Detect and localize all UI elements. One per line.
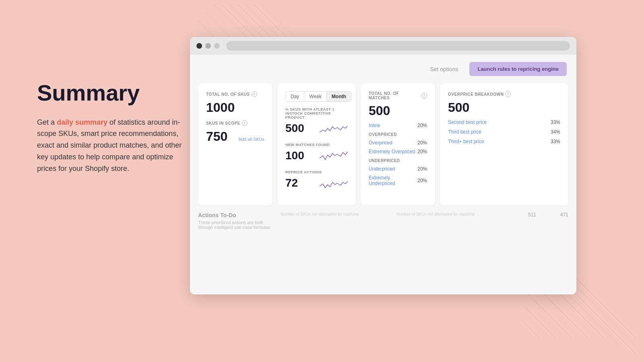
reprice-number: 72: [285, 177, 298, 189]
svg-line-11: [523, 290, 572, 338]
extremely-overpriced-row: Extremely Overpriced 20%: [369, 149, 427, 154]
svg-line-19: [523, 322, 539, 338]
browser-dot-maximize[interactable]: [214, 43, 220, 49]
extremely-overpriced-label[interactable]: Extremely Overpriced: [369, 149, 415, 154]
actions-desc: These prioritized actions are built thro…: [198, 220, 272, 230]
matches-info-icon[interactable]: i: [421, 93, 427, 99]
actions-col4-val: 471: [544, 212, 568, 218]
add-all-skus-link[interactable]: Add all SKUs: [238, 137, 264, 142]
browser-dot-close[interactable]: [196, 43, 202, 49]
second-best-price-label[interactable]: Second best price: [448, 119, 487, 125]
inline-pct: 20%: [417, 123, 427, 128]
tab-week[interactable]: Week: [304, 92, 326, 101]
overprice-row-1: Third best price 34%: [448, 129, 560, 135]
browser-chrome: [190, 37, 576, 55]
time-tab-group: Day Week Month: [285, 91, 351, 102]
skus-scope-number: 750: [206, 130, 227, 143]
overprice-card-label: OVERPRICE BREAKDOWN i: [448, 91, 560, 97]
overprice-row-2: Third+ best price 33%: [448, 139, 560, 144]
extremely-underpriced-row: Extremely Underpriced 20%: [369, 175, 427, 186]
actions-col3-val: 511: [512, 212, 536, 218]
browser-dot-minimize[interactable]: [205, 43, 211, 49]
underpriced-section-header: UNDERPRICED: [369, 158, 427, 163]
tab-day[interactable]: Day: [286, 92, 304, 101]
actions-col2-label: Number of SKUs not attempted for reprici…: [396, 212, 504, 216]
svg-line-18: [523, 306, 555, 338]
left-panel: Summary Get a daily summary of statistic…: [37, 80, 190, 175]
overpriced-label[interactable]: Overpriced: [369, 140, 392, 146]
overpriced-section-header: OVERPRICED: [369, 132, 427, 137]
actions-title: Actions To-Do: [198, 212, 272, 218]
overpriced-pct: 20%: [417, 140, 427, 146]
browser-address-bar[interactable]: [226, 41, 570, 51]
chart-section-competitive: % SKUS WITH ATLEAST 1 INSTOCK COMPETITIV…: [285, 107, 348, 136]
underpriced-label[interactable]: Underpriced: [369, 166, 395, 172]
reprice-label: REPRICE ACTIONS: [285, 170, 348, 174]
sparkline-reprice: [320, 176, 348, 190]
chart-card: Day Week Month % SKUS WITH ATLEAST 1 INS…: [277, 83, 356, 206]
third-best-price-label[interactable]: Third best price: [448, 129, 481, 135]
extremely-underpriced-label[interactable]: Extremely Underpriced: [369, 175, 417, 186]
matches-card-label: TOTAL NO. OF MATCHES i: [369, 91, 427, 100]
tab-month[interactable]: Month: [327, 92, 351, 101]
browser-window: Set options Launch rules to repricing en…: [190, 37, 576, 294]
top-bar: Set options Launch rules to repricing en…: [190, 55, 576, 83]
set-options-button[interactable]: Set options: [423, 63, 464, 76]
overprice-info-icon[interactable]: i: [505, 91, 511, 97]
actions-section: Actions To-Do These prioritized actions …: [190, 206, 576, 230]
overprice-card: OVERPRICE BREAKDOWN i 500 Second best pr…: [440, 83, 568, 206]
matches-total-number: 500: [369, 104, 427, 117]
inline-row: Inline 20%: [369, 123, 427, 128]
extremely-overpriced-pct: 20%: [417, 149, 427, 154]
second-best-price-pct: 33%: [551, 119, 560, 125]
skus-scope-info-icon[interactable]: i: [242, 120, 248, 126]
actions-col1-label: Number of SKUs not attempted for reprici…: [281, 212, 388, 216]
matches-number: 100: [285, 150, 304, 161]
third-plus-best-price-pct: 33%: [551, 139, 560, 144]
sparkline-competitive: [320, 121, 348, 136]
sku-card: TOTAL NO. OF SKUS i 1000 SKUS IN SCOPE i…: [198, 83, 272, 206]
competitive-label: % SKUS WITH ATLEAST 1 INSTOCK COMPETITIV…: [285, 107, 348, 119]
underpriced-pct: 20%: [417, 166, 427, 172]
third-plus-best-price-label[interactable]: Third+ best price: [448, 139, 484, 144]
chart-section-matches: NEW MATCHES FOUND 100: [285, 143, 348, 163]
competitive-number: 500: [285, 123, 304, 134]
sparkline-matches: [320, 148, 348, 163]
skus-in-scope-label: SKUS IN SCOPE i: [206, 120, 264, 126]
matches-label: NEW MATCHES FOUND: [285, 143, 348, 147]
cards-row: TOTAL NO. OF SKUS i 1000 SKUS IN SCOPE i…: [190, 83, 576, 206]
inline-label[interactable]: Inline: [369, 123, 380, 128]
underpriced-row: Underpriced 20%: [369, 166, 427, 172]
overprice-total-number: 500: [448, 101, 560, 114]
launch-rules-button[interactable]: Launch rules to repricing engine: [469, 62, 567, 76]
sku-total-number: 1000: [206, 101, 264, 114]
sku-card-label: TOTAL NO. OF SKUS i: [206, 91, 264, 97]
overpriced-row: Overpriced 20%: [369, 140, 427, 146]
third-best-price-pct: 34%: [551, 129, 560, 135]
matches-card: TOTAL NO. OF MATCHES i 500 Inline 20% OV…: [361, 83, 435, 206]
sku-info-icon[interactable]: i: [252, 91, 257, 97]
chart-section-reprice: REPRICE ACTIONS 72: [285, 170, 348, 190]
svg-line-17: [572, 274, 636, 338]
page-description: Get a daily summary of statistics around…: [37, 117, 190, 175]
overprice-row-0: Second best price 33%: [448, 119, 560, 125]
extremely-underpriced-pct: 20%: [417, 178, 427, 183]
app-content: Set options Launch rules to repricing en…: [190, 55, 576, 294]
page-heading: Summary: [37, 80, 190, 105]
